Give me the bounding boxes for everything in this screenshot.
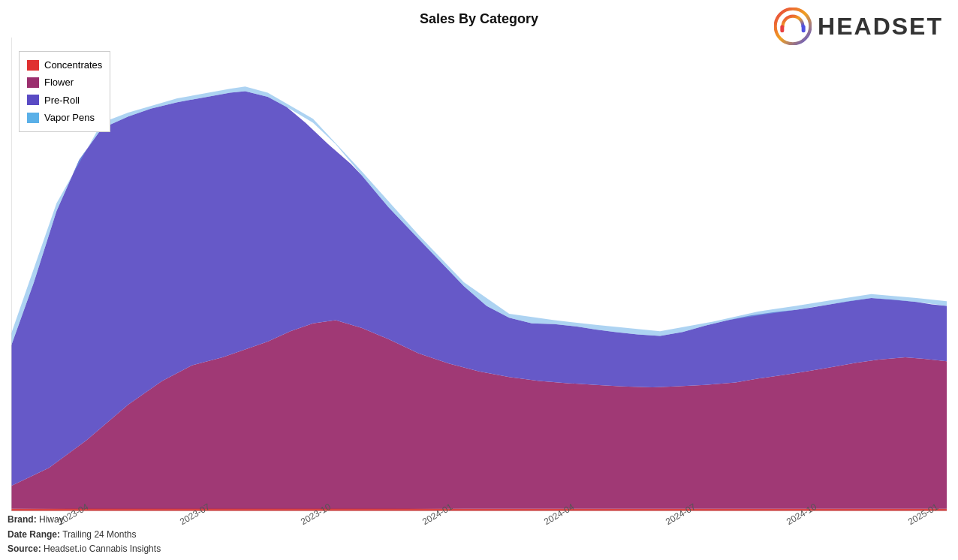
legend-label-preroll: Pre-Roll — [44, 92, 80, 109]
brand-label: Brand: — [8, 514, 37, 525]
chart-legend: Concentrates Flower Pre-Roll Vapor Pens — [19, 51, 110, 132]
legend-swatch-preroll — [27, 95, 39, 105]
legend-label-concentrates: Concentrates — [44, 56, 102, 74]
date-range-value: Trailing 24 Months — [62, 529, 136, 540]
chart-svg — [11, 38, 947, 511]
legend-swatch-concentrates — [27, 60, 39, 71]
legend-label-flower: Flower — [44, 74, 74, 91]
date-range-label: Date Range: — [8, 529, 60, 540]
chart-svg-container — [11, 38, 947, 511]
legend-item-vapor-pens: Vapor Pens — [27, 109, 102, 126]
brand-value: Hiway — [39, 514, 64, 525]
legend-label-vapor-pens: Vapor Pens — [44, 109, 95, 126]
legend-swatch-vapor-pens — [27, 113, 39, 123]
source-value: Headset.io Cannabis Insights — [44, 543, 161, 554]
legend-item-flower: Flower — [27, 74, 102, 91]
page: HEADSET Sales By Category Concentrates F… — [0, 0, 958, 560]
chart-title: Sales By Category — [420, 11, 538, 26]
legend-item-preroll: Pre-Roll — [27, 92, 102, 109]
source-label: Source: — [8, 543, 41, 554]
legend-item-concentrates: Concentrates — [27, 56, 102, 74]
footer-info: Brand: Hiway Date Range: Trailing 24 Mon… — [8, 513, 161, 556]
legend-swatch-flower — [27, 77, 39, 88]
